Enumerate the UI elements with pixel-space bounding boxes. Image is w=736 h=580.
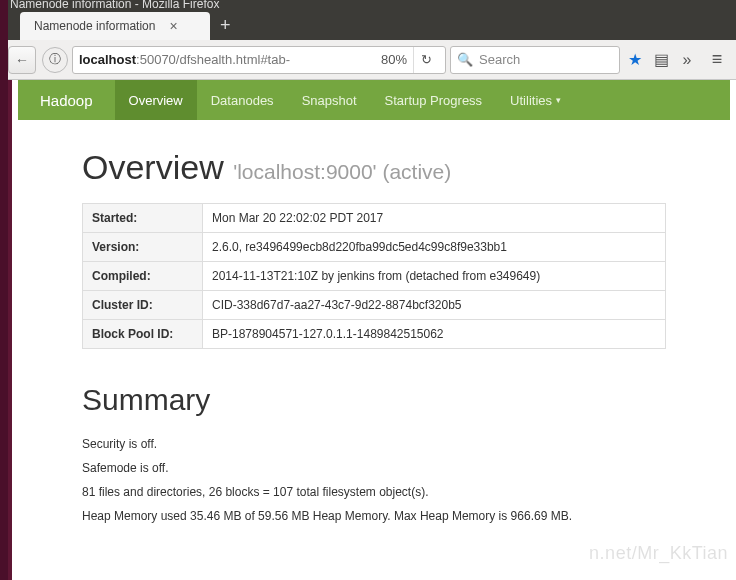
close-icon[interactable]: × xyxy=(169,18,177,34)
summary-line: Safemode is off. xyxy=(82,461,666,475)
reload-icon: ↻ xyxy=(421,52,432,67)
new-tab-button[interactable]: + xyxy=(220,15,231,40)
row-label: Cluster ID: xyxy=(83,291,203,320)
search-icon: 🔍 xyxy=(457,52,473,67)
row-value: CID-338d67d7-aa27-43c7-9d22-8874bcf320b5 xyxy=(203,291,666,320)
summary-line: 81 files and directories, 26 blocks = 10… xyxy=(82,485,666,499)
tab-label: Datanodes xyxy=(211,93,274,108)
tab-utilities[interactable]: Utilities▾ xyxy=(496,80,575,120)
url-input[interactable]: localhost:50070/dfshealth.html#tab- 80% … xyxy=(72,46,446,74)
search-placeholder: Search xyxy=(479,52,520,67)
overflow-button[interactable]: » xyxy=(676,51,698,69)
site-info-button[interactable]: ⓘ xyxy=(42,47,68,73)
summary-heading: Summary xyxy=(82,383,666,417)
chevron-right-icon: » xyxy=(683,51,692,68)
arrow-left-icon: ← xyxy=(15,52,29,68)
reload-button[interactable]: ↻ xyxy=(413,47,439,73)
overview-info-table: Started: Mon Mar 20 22:02:02 PDT 2017 Ve… xyxy=(82,203,666,349)
tab-title: Namenode information xyxy=(34,19,155,33)
url-toolbar: ← ⓘ localhost:50070/dfshealth.html#tab- … xyxy=(0,40,736,80)
tab-label: Overview xyxy=(129,93,183,108)
tab-snapshot[interactable]: Snapshot xyxy=(288,80,371,120)
row-value: BP-1878904571-127.0.1.1-1489842515062 xyxy=(203,320,666,349)
row-value: 2.6.0, re3496499ecb8d220fba99dc5ed4c99c8… xyxy=(203,233,666,262)
row-label: Compiled: xyxy=(83,262,203,291)
tab-datanodes[interactable]: Datanodes xyxy=(197,80,288,120)
navbar-brand[interactable]: Hadoop xyxy=(18,80,115,120)
back-button[interactable]: ← xyxy=(8,46,36,74)
tab-overview[interactable]: Overview xyxy=(115,80,197,120)
hamburger-menu-button[interactable]: ≡ xyxy=(706,49,728,70)
heading-text: Overview xyxy=(82,148,224,186)
table-row: Block Pool ID: BP-1878904571-127.0.1.1-1… xyxy=(83,320,666,349)
overview-heading: Overview 'localhost:9000' (active) xyxy=(82,148,666,187)
table-row: Compiled: 2014-11-13T21:10Z by jenkins f… xyxy=(83,262,666,291)
bookmark-star-button[interactable]: ★ xyxy=(624,50,646,69)
row-label: Version: xyxy=(83,233,203,262)
url-host: localhost xyxy=(79,52,136,67)
row-label: Block Pool ID: xyxy=(83,320,203,349)
star-icon: ★ xyxy=(628,51,642,68)
heading-sub: 'localhost:9000' (active) xyxy=(233,160,451,183)
window-title-text: Namenode information - Mozilla Firefox xyxy=(10,0,219,8)
url-path: :50070/dfshealth.html#tab- xyxy=(136,52,290,67)
watermark-text: n.net/Mr_KkTian xyxy=(589,543,728,564)
menu-icon: ≡ xyxy=(712,49,723,69)
zoom-level[interactable]: 80% xyxy=(381,52,413,67)
tab-strip: Namenode information × + xyxy=(0,8,736,40)
search-input[interactable]: 🔍 Search xyxy=(450,46,620,74)
os-left-launcher-strip xyxy=(0,0,8,580)
browser-tab-active[interactable]: Namenode information × xyxy=(20,12,210,40)
table-row: Version: 2.6.0, re3496499ecb8d220fba99dc… xyxy=(83,233,666,262)
page-content: Overview 'localhost:9000' (active) Start… xyxy=(12,148,736,553)
row-value: Mon Mar 20 22:02:02 PDT 2017 xyxy=(203,204,666,233)
tab-startup-progress[interactable]: Startup Progress xyxy=(371,80,497,120)
tab-label: Startup Progress xyxy=(385,93,483,108)
page-viewport: Hadoop Overview Datanodes Snapshot Start… xyxy=(8,80,736,580)
summary-line: Heap Memory used 35.46 MB of 59.56 MB He… xyxy=(82,509,666,523)
table-row: Started: Mon Mar 20 22:02:02 PDT 2017 xyxy=(83,204,666,233)
hadoop-navbar: Hadoop Overview Datanodes Snapshot Start… xyxy=(18,80,730,120)
info-icon: ⓘ xyxy=(49,51,61,68)
tab-label: Snapshot xyxy=(302,93,357,108)
row-label: Started: xyxy=(83,204,203,233)
summary-line: Security is off. xyxy=(82,437,666,451)
row-value: 2014-11-13T21:10Z by jenkins from (detac… xyxy=(203,262,666,291)
tab-label: Utilities xyxy=(510,93,552,108)
clipboard-icon: ▤ xyxy=(654,51,669,68)
chevron-down-icon: ▾ xyxy=(556,95,561,105)
table-row: Cluster ID: CID-338d67d7-aa27-43c7-9d22-… xyxy=(83,291,666,320)
window-title-bar: Namenode information - Mozilla Firefox xyxy=(0,0,736,8)
library-button[interactable]: ▤ xyxy=(650,50,672,69)
